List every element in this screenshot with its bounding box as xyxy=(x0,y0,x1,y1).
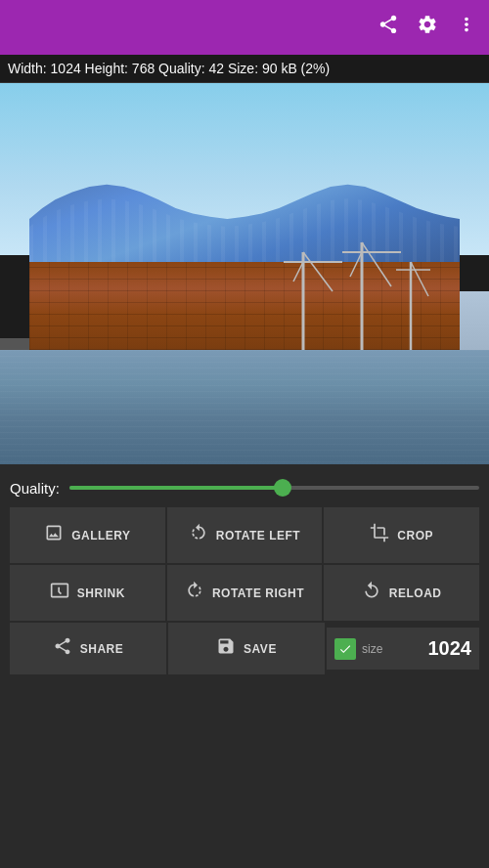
save-icon xyxy=(216,636,236,661)
rotate-right-label: ROTATE RIGHT xyxy=(212,586,304,600)
gallery-button[interactable]: GALLERY xyxy=(10,507,165,563)
svg-line-10 xyxy=(411,262,428,296)
crop-button[interactable]: CROP xyxy=(324,507,479,563)
rotate-left-icon xyxy=(189,523,208,547)
bottom-row: SHARE SAVE size 1024 xyxy=(10,623,479,674)
share-btn-icon xyxy=(53,636,72,661)
share-label: SHARE xyxy=(80,642,124,656)
size-label: size xyxy=(362,642,382,656)
crop-icon xyxy=(370,523,389,547)
button-grid-row1: GALLERY ROTATE LEFT CROP xyxy=(10,507,479,563)
size-value: 1024 xyxy=(388,637,471,660)
reload-label: RELOAD xyxy=(389,586,442,600)
info-bar: Width: 1024 Height: 768 Quality: 42 Size… xyxy=(0,55,489,83)
rotate-right-icon xyxy=(185,581,204,605)
water-ripples xyxy=(0,350,489,464)
size-checkbox[interactable] xyxy=(334,638,356,660)
settings-icon[interactable] xyxy=(417,14,438,41)
rotate-right-button[interactable]: ROTATE RIGHT xyxy=(167,565,323,621)
image-info-text: Width: 1024 Height: 768 Quality: 42 Size… xyxy=(8,61,330,76)
slider-fill xyxy=(69,486,283,490)
rotate-left-label: ROTATE LEFT xyxy=(216,529,300,542)
shrink-icon xyxy=(50,581,69,605)
share-button[interactable]: SHARE xyxy=(10,623,166,674)
gallery-icon xyxy=(44,523,64,547)
svg-line-6 xyxy=(362,242,391,286)
cranes-svg xyxy=(274,233,430,350)
save-label: SAVE xyxy=(244,642,277,656)
svg-line-7 xyxy=(350,252,362,277)
rotate-left-button[interactable]: ROTATE LEFT xyxy=(167,507,323,563)
share-icon[interactable] xyxy=(378,14,399,41)
image-area xyxy=(0,83,489,464)
size-container[interactable]: size 1024 xyxy=(327,628,479,670)
shrink-button[interactable]: SHRINK xyxy=(10,565,165,621)
gallery-label: GALLERY xyxy=(71,529,130,542)
controls-area: Quality: GALLERY ROTATE xyxy=(0,464,489,682)
quality-slider-container[interactable] xyxy=(69,478,479,498)
svg-line-2 xyxy=(303,252,333,291)
water-bg xyxy=(0,350,489,464)
crop-label: CROP xyxy=(397,529,433,542)
image-preview xyxy=(0,83,489,464)
shrink-label: SHRINK xyxy=(77,586,125,600)
slider-thumb[interactable] xyxy=(274,479,291,497)
quality-label: Quality: xyxy=(10,480,60,497)
quality-row: Quality: xyxy=(10,478,479,498)
save-button[interactable]: SAVE xyxy=(168,623,325,674)
slider-track xyxy=(69,486,479,490)
button-grid-row2: SHRINK ROTATE RIGHT RELOAD xyxy=(10,565,479,621)
more-icon[interactable] xyxy=(456,14,477,41)
reload-button[interactable]: RELOAD xyxy=(324,565,479,621)
reload-icon xyxy=(362,581,381,605)
top-bar xyxy=(0,0,489,55)
